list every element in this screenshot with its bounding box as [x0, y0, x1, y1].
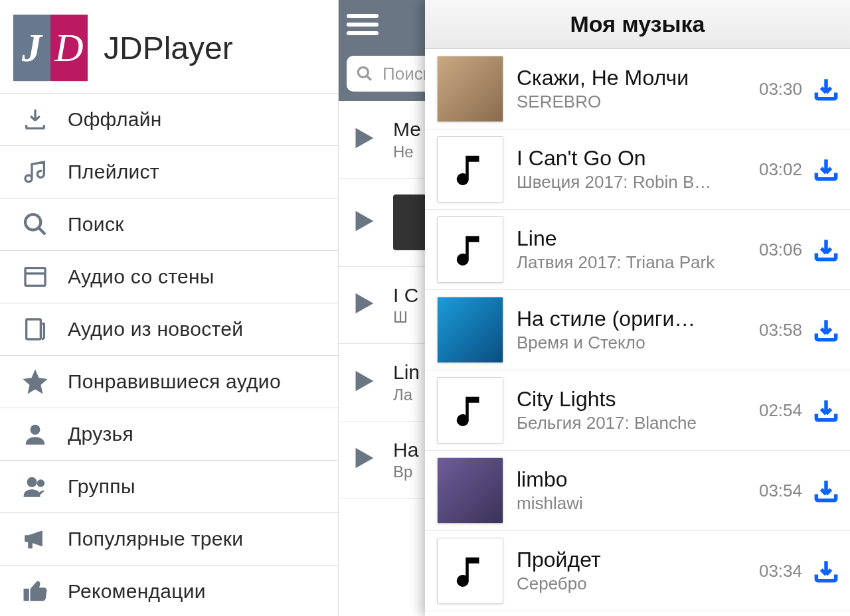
svg-point-3	[31, 425, 39, 434]
download-button[interactable]	[811, 315, 841, 345]
svg-rect-2	[27, 319, 41, 339]
play-icon[interactable]	[348, 123, 381, 156]
play-icon[interactable]	[348, 366, 381, 399]
track-artist: Швеция 2017: Robin B…	[517, 172, 754, 193]
sidebar-item-groups[interactable]: Группы	[0, 461, 338, 513]
track-row[interactable]: Скажи, Не МолчиSEREBRO03:30	[425, 49, 850, 129]
sidebar-item-playlist[interactable]: Плейлист	[0, 146, 338, 198]
track-duration: 02:54	[759, 400, 802, 421]
download-button[interactable]	[811, 74, 841, 104]
svg-rect-1	[25, 268, 45, 286]
track-duration: 03:34	[759, 561, 802, 581]
track-duration: 03:54	[759, 481, 802, 501]
track-title: I C	[393, 283, 418, 308]
sidebar-item-search[interactable]: Поиск	[0, 198, 338, 251]
play-icon[interactable]	[348, 206, 381, 239]
search-placeholder: Поиск	[382, 64, 430, 84]
sidebar-item-popular[interactable]: Популярные треки	[0, 513, 338, 566]
download-button[interactable]	[811, 556, 841, 585]
sidebar-panel: J D JDPlayer Оффлайн Плейлист Поиск	[0, 0, 339, 616]
right-panel: Моя музыка Скажи, Не МолчиSEREBRO03:30I …	[425, 0, 850, 616]
music-note-icon	[20, 157, 50, 187]
album-cover	[437, 297, 503, 363]
sidebar-item-recommendations[interactable]: Рекомендации	[0, 566, 338, 616]
download-button[interactable]	[811, 396, 841, 425]
track-duration: 03:30	[759, 79, 802, 100]
track-title: Ме	[393, 117, 421, 142]
sidebar-item-label: Популярные треки	[68, 528, 243, 550]
sidebar-item-label: Плейлист	[68, 161, 159, 183]
sidebar-item-news-audio[interactable]: Аудио из новостей	[0, 303, 338, 356]
track-title: Пройдет	[517, 548, 754, 572]
track-row[interactable]: LineЛатвия 2017: Triana Park03:06	[425, 210, 850, 290]
play-icon[interactable]	[348, 288, 381, 321]
track-title: Lin	[393, 360, 420, 385]
track-artist: Серебро	[517, 574, 754, 594]
track-title: limbo	[517, 467, 754, 492]
person-icon	[20, 419, 50, 449]
search-icon	[20, 209, 50, 240]
track-row[interactable]: ПройдетСеребро03:34	[425, 531, 850, 611]
menu-button[interactable]	[347, 9, 379, 40]
svg-point-6	[358, 67, 368, 77]
track-artist: mishlawi	[517, 493, 754, 514]
search-icon	[356, 65, 373, 82]
app-logo: J D	[13, 15, 88, 81]
track-artist: Ла	[393, 385, 420, 405]
sidebar-item-label: Поиск	[68, 213, 124, 236]
download-icon	[20, 104, 50, 135]
logo-letter-left: J	[22, 25, 42, 71]
track-row[interactable]: City LightsБельгия 2017: Blanche02:54	[425, 370, 850, 451]
track-title: На	[393, 437, 418, 463]
track-row[interactable]: limbomishlawi03:54	[425, 451, 850, 531]
track-title: Line	[517, 226, 754, 251]
track-artist: Бельгия 2017: Blanche	[517, 413, 754, 433]
album-cover	[437, 216, 503, 283]
panel-header: Моя музыка	[425, 0, 850, 49]
track-artist: Латвия 2017: Triana Park	[517, 252, 754, 273]
sidebar-item-wall-audio[interactable]: Аудио со стены	[0, 251, 338, 303]
sidebar-item-label: Друзья	[68, 423, 133, 445]
sidebar-item-label: Аудио со стены	[68, 266, 214, 288]
track-duration: 03:58	[759, 320, 802, 341]
track-artist: SEREBRO	[517, 92, 754, 112]
wall-icon	[20, 262, 50, 292]
album-cover	[437, 56, 503, 122]
album-cover	[437, 538, 503, 604]
sidebar-item-label: Рекомендации	[68, 580, 206, 603]
album-cover	[437, 377, 503, 443]
panel-title: Моя музыка	[570, 11, 705, 37]
sidebar-item-label: Группы	[68, 475, 135, 498]
thumbs-up-icon	[20, 576, 50, 607]
news-icon	[20, 314, 50, 345]
sidebar-item-label: Оффлайн	[68, 108, 162, 131]
download-button[interactable]	[811, 155, 841, 184]
download-button[interactable]	[811, 235, 841, 264]
svg-point-4	[27, 478, 36, 487]
track-row[interactable]: I Can't Go OnШвеция 2017: Robin B…03:02	[425, 129, 850, 210]
sidebar-item-offline[interactable]: Оффлайн	[0, 93, 338, 146]
track-artist: Ш	[393, 307, 418, 327]
brand-block: J D JDPlayer	[0, 0, 338, 93]
svg-point-0	[25, 214, 41, 230]
album-cover	[437, 457, 503, 524]
track-title: City Lights	[517, 387, 754, 412]
svg-point-5	[37, 480, 44, 487]
logo-letter-right: D	[54, 25, 83, 71]
star-icon	[20, 366, 50, 397]
sidebar-item-label: Аудио из новостей	[68, 318, 243, 341]
app-title: JDPlayer	[104, 30, 233, 66]
sidebar-item-liked[interactable]: Понравившиеся аудио	[0, 356, 338, 408]
sidebar-item-friends[interactable]: Друзья	[0, 408, 338, 461]
download-button[interactable]	[811, 476, 841, 505]
track-duration: 03:02	[759, 159, 802, 180]
megaphone-icon	[20, 524, 50, 554]
play-icon[interactable]	[348, 443, 381, 476]
track-title: На стиле (ориги…	[517, 307, 754, 331]
track-artist: Не	[393, 142, 421, 162]
track-row[interactable]: На стиле (ориги…Время и Стекло03:58	[425, 290, 850, 370]
album-cover	[437, 136, 503, 202]
track-title: I Can't Go On	[517, 146, 754, 171]
sidebar-item-label: Понравившиеся аудио	[68, 370, 281, 393]
track-artist: Вр	[393, 462, 418, 482]
